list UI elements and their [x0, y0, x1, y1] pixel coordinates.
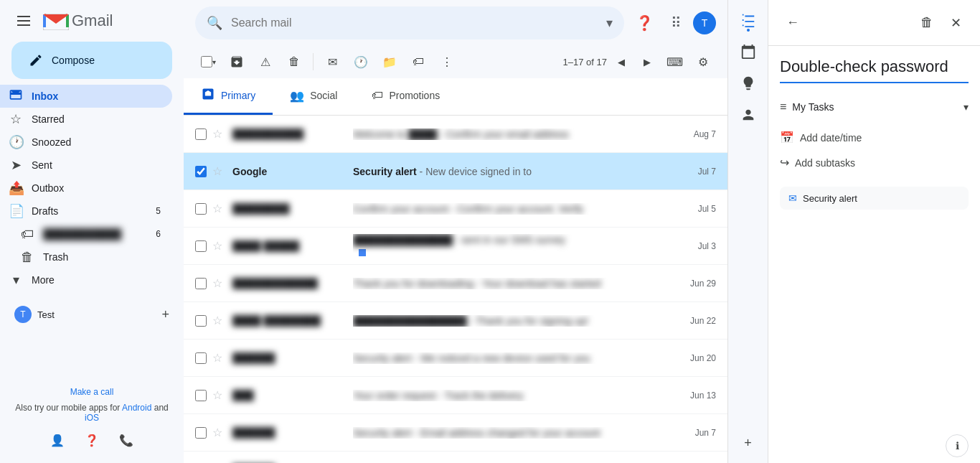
tab-social[interactable]: 👥 Social: [273, 78, 354, 115]
star-icon[interactable]: ☆: [212, 164, 227, 178]
email-related-icon: ✉: [788, 192, 797, 204]
outbox-label: Outbox: [32, 182, 161, 194]
star-icon[interactable]: ☆: [212, 426, 227, 439]
sidebar-item-sent[interactable]: ➤ Sent: [0, 154, 172, 177]
calendar-icon-button[interactable]: [734, 37, 763, 66]
table-row[interactable]: ☆ ████ █████ ██████████████ - sent in ou…: [184, 228, 727, 265]
select-all-button[interactable]: ▾: [195, 49, 221, 75]
main-content: 🔍 ▾ ❓ ⠿ T ▾ ⚠ 🗑 ✉ 🕐 📁 🏷 ⋮ 1–17 of 17: [184, 0, 727, 463]
add-apps-icon-button[interactable]: +: [734, 429, 763, 457]
email-checkbox[interactable]: [195, 166, 207, 177]
add-account-icon[interactable]: +: [161, 307, 169, 322]
sidebar-item-trash[interactable]: 🗑 Trash: [0, 245, 172, 268]
related-email[interactable]: ✉ Security alert: [780, 187, 969, 210]
task-list-selector[interactable]: ≡ My Tasks ▾: [780, 95, 969, 119]
task-list-label: My Tasks: [792, 101, 958, 113]
starred-icon: ☆: [9, 111, 23, 127]
table-row[interactable]: ☆ ██████ Security alert - Email address …: [184, 414, 727, 452]
report-spam-button[interactable]: ⚠: [253, 49, 278, 75]
keep-icon-button[interactable]: [734, 69, 763, 98]
star-icon[interactable]: ☆: [212, 351, 227, 365]
outbox-icon: 📤: [9, 180, 23, 196]
table-row[interactable]: ☆ ████ ████████ ████████████████ - Thank…: [184, 302, 727, 340]
inbox-icon: [9, 88, 23, 106]
android-link[interactable]: Android: [122, 403, 151, 413]
label-button[interactable]: 🏷: [405, 49, 431, 75]
manage-account-icon[interactable]: 👤: [46, 429, 69, 452]
sidebar-item-label[interactable]: 🏷 ███████████ 6: [0, 223, 172, 245]
sidebar-item-inbox[interactable]: Inbox: [0, 85, 172, 108]
delete-task-button[interactable]: 🗑: [914, 10, 940, 36]
email-sender: ███: [232, 390, 347, 401]
tab-promotions[interactable]: 🏷 Promotions: [354, 78, 457, 115]
star-icon[interactable]: ☆: [212, 202, 227, 215]
table-row[interactable]: ☆ Google Security alert - New device sig…: [184, 153, 727, 190]
star-icon[interactable]: ☆: [212, 127, 227, 141]
sidebar-item-drafts[interactable]: 📄 Drafts 5: [0, 200, 172, 223]
email-checkbox[interactable]: [195, 352, 207, 364]
info-button[interactable]: ℹ: [946, 434, 969, 457]
sidebar-item-more[interactable]: ▾ More: [0, 268, 172, 291]
move-to-button[interactable]: 📁: [377, 49, 402, 75]
star-icon[interactable]: ☆: [212, 314, 227, 327]
email-checkbox[interactable]: [195, 203, 207, 215]
user-section[interactable]: T Test +: [6, 303, 178, 326]
task-title-input[interactable]: [780, 57, 969, 83]
email-checkbox[interactable]: [195, 240, 207, 252]
sidebar-item-outbox[interactable]: 📤 Outbox: [0, 177, 172, 200]
hamburger-menu[interactable]: [11, 10, 36, 32]
table-row[interactable]: ☆ ████████████ Thank you for downloading…: [184, 265, 727, 302]
pagination-prev-button[interactable]: ◀: [610, 50, 633, 73]
email-date: Jun 7: [673, 428, 716, 438]
phone-icon[interactable]: 📞: [115, 429, 138, 452]
email-sender: ████████████: [232, 278, 347, 289]
contacts-icon-button[interactable]: [734, 100, 763, 129]
star-icon[interactable]: ☆: [212, 239, 227, 253]
make-a-call-link[interactable]: Make a call: [11, 387, 172, 397]
add-subtasks-button[interactable]: ↪ Add subtasks: [780, 150, 969, 175]
delete-button[interactable]: 🗑: [281, 49, 307, 75]
add-date-time-button[interactable]: 📅 Add date/time: [780, 125, 969, 150]
table-row[interactable]: ☆ ██████ Critical security alert - Sign …: [184, 452, 727, 463]
star-icon[interactable]: ☆: [212, 276, 227, 290]
star-icon[interactable]: ☆: [212, 388, 227, 402]
ios-link[interactable]: iOS: [85, 413, 99, 423]
settings-button[interactable]: ⚙: [690, 49, 716, 75]
tab-primary[interactable]: Primary: [184, 78, 273, 115]
email-checkbox[interactable]: [195, 315, 207, 327]
table-row[interactable]: ☆ ███ Your order request - Track the del…: [184, 377, 727, 414]
select-all-checkbox[interactable]: [201, 56, 212, 67]
gmail-logo-icon: [43, 11, 69, 30]
table-row[interactable]: ☆ ████████ Confirm your account - Confir…: [184, 190, 727, 228]
sidebar-item-starred[interactable]: ☆ Starred: [0, 108, 172, 131]
email-checkbox[interactable]: [195, 278, 207, 289]
email-subject: ██████████████ - sent in our SMS survey: [353, 234, 667, 258]
help-icon[interactable]: ❓: [80, 429, 103, 452]
mark-as-read-button[interactable]: ✉: [319, 49, 345, 75]
more-options-button[interactable]: ⋮: [434, 49, 460, 75]
email-checkbox[interactable]: [195, 390, 207, 401]
apps-button[interactable]: ⠿: [661, 9, 690, 37]
sidebar-item-snoozed[interactable]: 🕐 Snoozed: [0, 131, 172, 154]
email-checkbox[interactable]: [195, 128, 207, 140]
select-dropdown-icon[interactable]: ▾: [212, 58, 216, 66]
search-bar[interactable]: 🔍 ▾: [195, 6, 624, 39]
table-row[interactable]: ☆ ██████ Security alert - We noticed a n…: [184, 340, 727, 377]
search-dropdown-icon[interactable]: ▾: [606, 15, 613, 31]
subtasks-icon: ↪: [780, 156, 789, 169]
tasks-icon-button[interactable]: [734, 6, 763, 34]
archive-button[interactable]: [224, 49, 250, 75]
email-checkbox[interactable]: [195, 427, 207, 439]
snooze-button[interactable]: 🕐: [348, 49, 374, 75]
search-input[interactable]: [231, 17, 600, 29]
keyboard-shortcuts-button[interactable]: ⌨: [661, 49, 687, 75]
pagination-next-button[interactable]: ▶: [636, 50, 659, 73]
primary-tab-label: Primary: [221, 90, 255, 101]
back-button[interactable]: ←: [780, 10, 806, 36]
help-button[interactable]: ❓: [630, 9, 659, 37]
close-panel-button[interactable]: ✕: [943, 10, 969, 36]
promotions-tab-icon: 🏷: [372, 89, 383, 102]
compose-button[interactable]: Compose: [11, 42, 172, 79]
table-row[interactable]: ☆ ██████████ Welcome to ████ - Confirm y…: [184, 116, 727, 153]
user-avatar[interactable]: T: [693, 11, 716, 34]
